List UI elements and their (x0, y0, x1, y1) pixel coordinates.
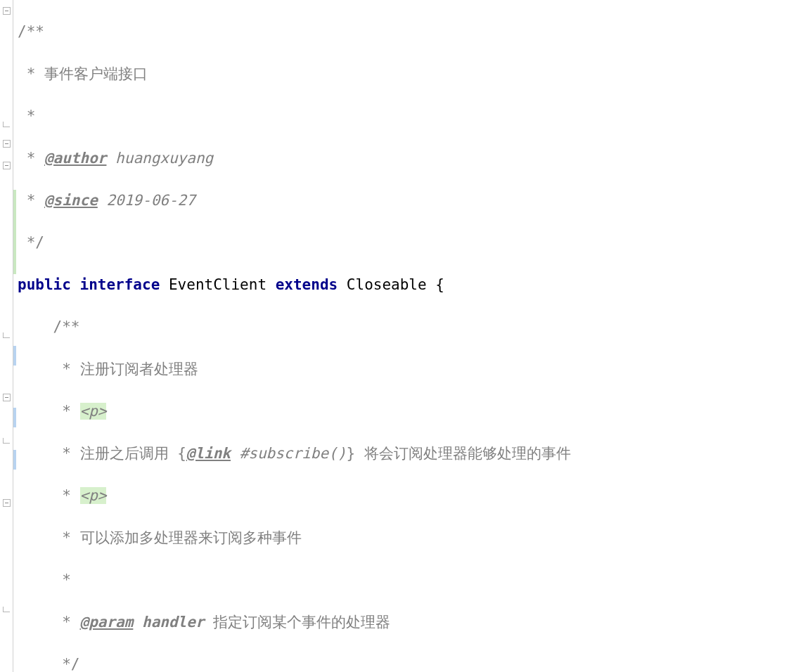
javadoc-star: * (18, 150, 44, 167)
code-editor[interactable]: /** * 事件客户端接口 * * @author huangxuyang * … (0, 0, 796, 672)
javadoc-star: * (18, 403, 80, 420)
fold-end-icon (1, 330, 11, 340)
javadoc-open: /** (18, 318, 80, 335)
keyword-extends: extends (276, 276, 338, 293)
javadoc-line: } 将会订阅处理器能够处理的事件 (346, 445, 570, 462)
javadoc-param-tag: @param (80, 614, 134, 631)
javadoc-param-desc: 指定订阅某个事件的处理器 (205, 614, 391, 631)
javadoc-line: * 可以添加多处理器来订阅多种事件 (18, 529, 302, 546)
fold-end-icon (1, 436, 11, 446)
javadoc-line: * 注册订阅者处理器 (18, 361, 198, 377)
decl-rest: Closeable { (338, 276, 444, 293)
javadoc-author: huangxuyang (106, 150, 213, 167)
javadoc-author-tag: @author (44, 150, 107, 167)
javadoc-close: */ (18, 656, 80, 672)
fold-toggle-icon[interactable] (1, 392, 11, 402)
fold-toggle-icon[interactable] (1, 138, 11, 148)
type-name: EventClient (160, 276, 275, 293)
javadoc-close: */ (18, 234, 44, 251)
javadoc-line: * (18, 108, 35, 124)
fold-toggle-icon[interactable] (1, 498, 11, 508)
javadoc-since: 2019-06-27 (98, 192, 195, 209)
javadoc-param-name: handler (142, 614, 205, 631)
javadoc-star: * (18, 192, 44, 209)
html-p-tag: <p> (80, 487, 107, 504)
javadoc-line: * 事件客户端接口 (18, 65, 148, 82)
javadoc-link-target: #subscribe() (231, 445, 346, 462)
javadoc-star: * (18, 487, 80, 504)
keyword-public: public (18, 276, 71, 293)
javadoc-line: * 注册之后调用 { (18, 445, 186, 462)
javadoc-since-tag: @since (44, 192, 98, 209)
fold-toggle-icon[interactable] (1, 6, 11, 15)
fold-end-icon (1, 119, 11, 129)
html-p-tag: <p> (80, 403, 107, 420)
javadoc-open: /** (18, 23, 44, 40)
keyword-interface: interface (80, 276, 160, 293)
code-area[interactable]: /** * 事件客户端接口 * * @author huangxuyang * … (16, 0, 796, 672)
javadoc-line: * (18, 571, 71, 588)
javadoc-link-tag: @link (186, 445, 231, 462)
fold-end-icon (1, 605, 11, 614)
javadoc-star: * (18, 614, 80, 631)
fold-toggle-icon[interactable] (1, 160, 11, 170)
fold-gutter (0, 0, 13, 672)
